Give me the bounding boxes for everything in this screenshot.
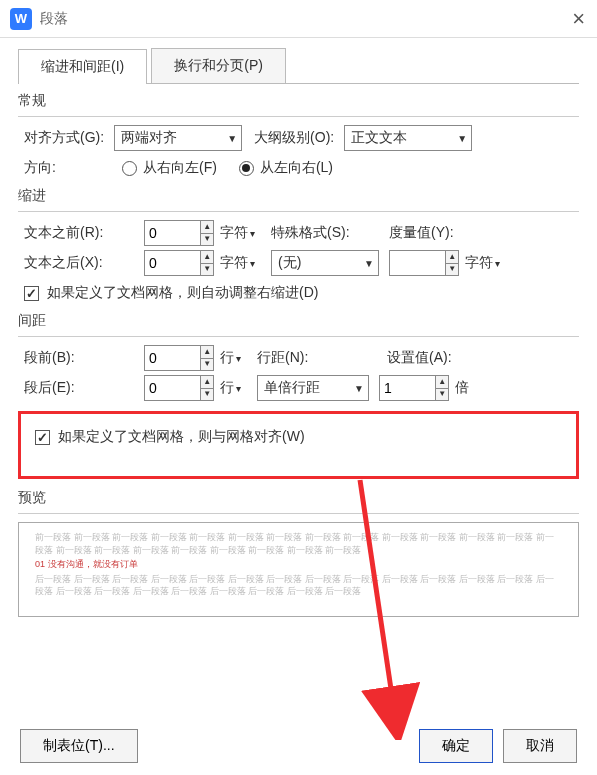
chevron-down-icon: ▼ (457, 133, 467, 144)
indent-before-unit[interactable]: 字符▾ (220, 224, 255, 242)
radio-icon (122, 161, 137, 176)
space-after-input[interactable] (145, 376, 200, 400)
outline-select[interactable]: 正文文本 ▼ (344, 125, 472, 151)
group-spacing-title: 间距 (18, 312, 579, 330)
space-after-spinner[interactable]: ▲▼ (144, 375, 214, 401)
chevron-down-icon: ▼ (364, 258, 374, 269)
spin-down-icon[interactable]: ▼ (446, 264, 458, 276)
spin-down-icon[interactable]: ▼ (201, 234, 213, 246)
tabs-button[interactable]: 制表位(T)... (20, 729, 138, 763)
chevron-down-icon: ▾ (236, 383, 241, 394)
highlight-annotation: 如果定义了文档网格，则与网格对齐(W) (18, 411, 579, 479)
direction-rtl-radio[interactable]: 从右向左(F) (122, 159, 217, 177)
line-spacing-label: 行距(N): (257, 349, 377, 367)
indent-before-input[interactable] (145, 221, 200, 245)
space-before-label: 段前(B): (24, 349, 134, 367)
spin-up-icon[interactable]: ▲ (201, 221, 213, 234)
chevron-down-icon: ▾ (236, 353, 241, 364)
ok-button[interactable]: 确定 (419, 729, 493, 763)
line-spacing-select[interactable]: 单倍行距 ▼ (257, 375, 369, 401)
align-value: 两端对齐 (121, 129, 177, 147)
measure-input[interactable] (390, 251, 445, 275)
space-before-unit[interactable]: 行▾ (220, 349, 241, 367)
group-general-title: 常规 (18, 92, 579, 110)
spin-up-icon[interactable]: ▲ (201, 251, 213, 264)
indent-after-label: 文本之后(X): (24, 254, 134, 272)
titlebar: W 段落 × (0, 0, 597, 38)
indent-after-unit[interactable]: 字符▾ (220, 254, 255, 272)
checkbox-icon (35, 430, 50, 445)
chevron-down-icon: ▼ (227, 133, 237, 144)
indent-grid-checkbox[interactable]: 如果定义了文档网格，则自动调整右缩进(D) (24, 284, 318, 302)
indent-after-input[interactable] (145, 251, 200, 275)
spacing-grid-label: 如果定义了文档网格，则与网格对齐(W) (58, 428, 305, 446)
chevron-down-icon: ▾ (495, 258, 500, 269)
tab-indent-spacing[interactable]: 缩进和间距(I) (18, 49, 147, 84)
group-indent-title: 缩进 (18, 187, 579, 205)
special-label: 特殊格式(S): (271, 224, 379, 242)
rtl-label: 从右向左(F) (143, 159, 217, 177)
outline-label: 大纲级别(O): (254, 129, 334, 147)
align-select[interactable]: 两端对齐 ▼ (114, 125, 242, 151)
spin-up-icon[interactable]: ▲ (436, 376, 448, 389)
cancel-button[interactable]: 取消 (503, 729, 577, 763)
spin-down-icon[interactable]: ▼ (201, 359, 213, 371)
line-spacing-value: 单倍行距 (264, 379, 320, 397)
spin-up-icon[interactable]: ▲ (446, 251, 458, 264)
measure-spinner[interactable]: ▲▼ (389, 250, 459, 276)
radio-icon (239, 161, 254, 176)
measure-unit[interactable]: 字符▾ (465, 254, 500, 272)
align-label: 对齐方式(G): (24, 129, 104, 147)
spin-down-icon[interactable]: ▼ (436, 389, 448, 401)
window-title: 段落 (40, 10, 68, 28)
direction-ltr-radio[interactable]: 从左向右(L) (239, 159, 333, 177)
indent-before-label: 文本之前(R): (24, 224, 134, 242)
set-value-unit: 倍 (455, 379, 469, 397)
tab-line-page-breaks[interactable]: 换行和分页(P) (151, 48, 286, 83)
preview-sample-text: 01 没有沟通，就没有订单 (35, 558, 562, 571)
set-value-label: 设置值(A): (387, 349, 452, 367)
indent-after-spinner[interactable]: ▲▼ (144, 250, 214, 276)
preview-panel: 前一段落 前一段落 前一段落 前一段落 前一段落 前一段落 前一段落 前一段落 … (18, 522, 579, 617)
ltr-label: 从左向右(L) (260, 159, 333, 177)
spin-down-icon[interactable]: ▼ (201, 264, 213, 276)
indent-before-spinner[interactable]: ▲▼ (144, 220, 214, 246)
spin-up-icon[interactable]: ▲ (201, 376, 213, 389)
spin-down-icon[interactable]: ▼ (201, 389, 213, 401)
footer-buttons: 制表位(T)... 确定 取消 (0, 729, 597, 763)
indent-grid-label: 如果定义了文档网格，则自动调整右缩进(D) (47, 284, 318, 302)
spacing-grid-checkbox[interactable]: 如果定义了文档网格，则与网格对齐(W) (35, 428, 305, 446)
spin-up-icon[interactable]: ▲ (201, 346, 213, 359)
outline-value: 正文文本 (351, 129, 407, 147)
group-preview-title: 预览 (18, 489, 579, 507)
close-icon[interactable]: × (572, 6, 585, 32)
set-value-spinner[interactable]: ▲▼ (379, 375, 449, 401)
special-value: (无) (278, 254, 301, 272)
preview-gray-text: 后一段落 后一段落 后一段落 后一段落 后一段落 后一段落 后一段落 后一段落 … (35, 573, 562, 598)
space-after-label: 段后(E): (24, 379, 134, 397)
set-value-input[interactable] (380, 376, 435, 400)
tab-bar: 缩进和间距(I) 换行和分页(P) (18, 48, 579, 84)
chevron-down-icon: ▼ (354, 383, 364, 394)
space-before-input[interactable] (145, 346, 200, 370)
measure-label: 度量值(Y): (389, 224, 454, 242)
chevron-down-icon: ▾ (250, 228, 255, 239)
app-icon: W (10, 8, 32, 30)
space-before-spinner[interactable]: ▲▼ (144, 345, 214, 371)
preview-gray-text: 前一段落 前一段落 前一段落 前一段落 前一段落 前一段落 前一段落 前一段落 … (35, 531, 562, 556)
space-after-unit[interactable]: 行▾ (220, 379, 241, 397)
special-select[interactable]: (无) ▼ (271, 250, 379, 276)
checkbox-icon (24, 286, 39, 301)
direction-label: 方向: (24, 159, 112, 177)
chevron-down-icon: ▾ (250, 258, 255, 269)
